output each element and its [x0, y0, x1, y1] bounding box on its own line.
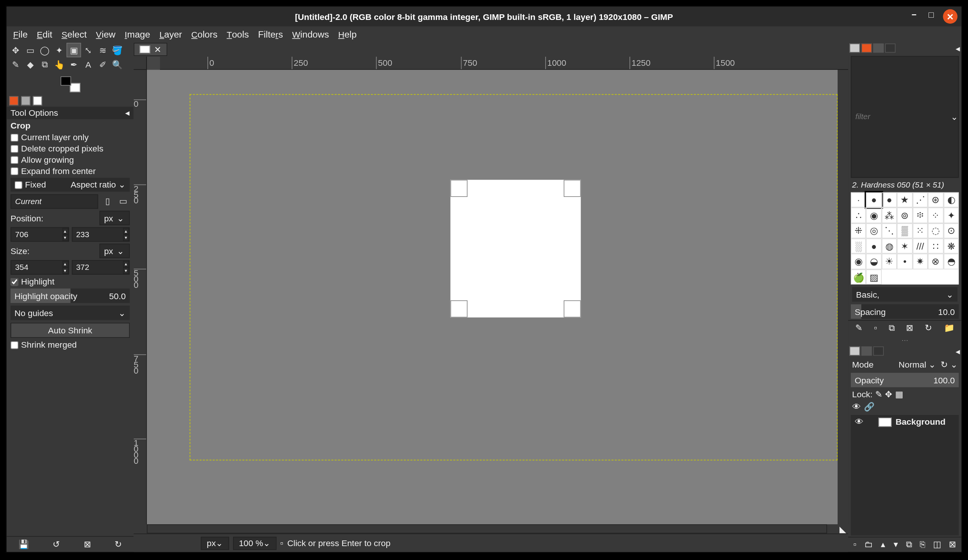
- layer-visibility-icon[interactable]: 👁: [855, 417, 863, 427]
- new-layer-icon[interactable]: ▫: [854, 539, 856, 550]
- tab-brushes[interactable]: [850, 44, 860, 53]
- del-layer-icon[interactable]: ⊠: [949, 539, 956, 550]
- brush-item[interactable]: ⁂: [882, 207, 897, 223]
- status-zoom-dropdown[interactable]: 100 % ⌄: [233, 536, 276, 550]
- mode-dropdown[interactable]: Normal: [898, 360, 926, 369]
- rect-select-tool[interactable]: ▭: [24, 44, 37, 57]
- opt-expand-center[interactable]: Expand from center: [7, 166, 134, 177]
- open-brush-icon[interactable]: 📁: [944, 323, 955, 333]
- size-h-field[interactable]: [72, 263, 123, 272]
- menu-tools[interactable]: Tools: [224, 28, 251, 41]
- brush-item[interactable]: ◉: [851, 254, 866, 269]
- opt-shrink-merged[interactable]: Shrink merged: [7, 339, 134, 350]
- size-unit-dropdown[interactable]: px: [100, 246, 117, 256]
- free-select-tool[interactable]: ◯: [38, 44, 51, 57]
- ruler-vertical[interactable]: 02505007501000: [134, 70, 147, 524]
- brush-item[interactable]: ⦁: [897, 254, 912, 269]
- crop-rectangle[interactable]: [451, 180, 581, 317]
- opt-highlight[interactable]: Highlight: [7, 276, 134, 287]
- status-unit-dropdown[interactable]: px ⌄: [201, 536, 229, 550]
- brush-filter-field[interactable]: [852, 113, 951, 122]
- brush-item[interactable]: ◍: [882, 238, 897, 254]
- pencil-tool[interactable]: ✎: [9, 58, 23, 71]
- path-tool[interactable]: ✒: [67, 58, 80, 71]
- menu-image[interactable]: Image: [122, 28, 153, 41]
- tool-options-menu-icon[interactable]: ◂: [125, 108, 130, 118]
- opt-current-layer-only[interactable]: Current layer only: [7, 131, 134, 143]
- save-preset-icon[interactable]: 💾: [18, 539, 29, 549]
- brush-item[interactable]: ⋰: [912, 192, 928, 207]
- canvas[interactable]: [147, 70, 838, 524]
- crop-tool[interactable]: ▣: [67, 44, 80, 57]
- brush-item[interactable]: ▨: [866, 270, 882, 285]
- maximize-button[interactable]: □: [926, 9, 937, 20]
- tab-fonts[interactable]: [873, 44, 884, 53]
- crop-handle-tl[interactable]: [451, 180, 468, 197]
- crop-handle-tr[interactable]: [564, 180, 581, 197]
- portrait-button[interactable]: ▯: [101, 194, 114, 207]
- landscape-button[interactable]: ▭: [116, 194, 130, 207]
- pos-x-field[interactable]: [11, 230, 62, 239]
- lock-position-icon[interactable]: ✥: [885, 389, 892, 399]
- opacity-slider[interactable]: Opacity 100.0: [851, 373, 959, 388]
- fixed-mode-dropdown[interactable]: Aspect ratio: [71, 180, 116, 189]
- scrollbar-vertical[interactable]: [838, 70, 848, 524]
- fuzzy-select-tool[interactable]: ✦: [53, 44, 66, 57]
- guides-dropdown[interactable]: No guides⌄: [10, 306, 130, 320]
- warp-tool[interactable]: ≋: [96, 44, 109, 57]
- brush-item[interactable]: ✷: [912, 254, 928, 269]
- brush-item[interactable]: 🍏: [851, 270, 866, 285]
- raise-layer-icon[interactable]: ▴: [881, 539, 885, 550]
- highlight-opacity-slider[interactable]: Highlight opacity 50.0: [10, 289, 130, 303]
- tab-paths[interactable]: [873, 346, 884, 356]
- del-brush-icon[interactable]: ⊠: [906, 323, 913, 333]
- lower-layer-icon[interactable]: ▾: [893, 539, 898, 550]
- new-group-icon[interactable]: 🗀: [864, 539, 873, 550]
- crop-handle-br[interactable]: [564, 300, 581, 318]
- brush-item[interactable]: ◌: [928, 223, 943, 238]
- brush-item[interactable]: ◎: [866, 223, 882, 238]
- brush-item[interactable]: ☀: [882, 254, 897, 269]
- reset-preset-icon[interactable]: ↻: [114, 539, 122, 549]
- crop-handle-bl[interactable]: [451, 300, 468, 318]
- dup-brush-icon[interactable]: ⧉: [889, 323, 895, 333]
- refresh-brush-icon[interactable]: ↻: [925, 323, 932, 333]
- cancel-icon[interactable]: ▫: [280, 538, 283, 548]
- dup-layer-icon[interactable]: ⧉: [906, 539, 912, 550]
- brush-item[interactable]: ፨: [912, 207, 928, 223]
- brush-preset-dropdown[interactable]: Basic,⌄: [852, 288, 958, 302]
- menu-help[interactable]: Help: [336, 28, 359, 41]
- brush-item[interactable]: ●: [866, 192, 882, 207]
- fg-color-swatch[interactable]: [60, 76, 71, 86]
- lock-alpha-icon[interactable]: ▦: [895, 389, 903, 399]
- smudge-tool[interactable]: 👆: [53, 58, 66, 71]
- tab-history[interactable]: [885, 44, 895, 53]
- layer-link-icon[interactable]: 🔗: [864, 402, 874, 412]
- brush-item[interactable]: ⁘: [928, 207, 943, 223]
- menu-view[interactable]: View: [93, 28, 118, 41]
- restore-preset-icon[interactable]: ↺: [53, 539, 60, 549]
- layer-visibility-icon[interactable]: 👁: [852, 402, 860, 412]
- ruler-horizontal[interactable]: 0250500750100012501500: [160, 57, 848, 70]
- transform-tool[interactable]: ⤡: [81, 44, 95, 57]
- opt-allow-growing[interactable]: Allow growing: [7, 154, 134, 166]
- brush-item[interactable]: ▒: [897, 223, 912, 238]
- fixed-checkbox[interactable]: [15, 181, 23, 189]
- layer-row[interactable]: 👁 Background: [851, 415, 959, 429]
- menu-colors[interactable]: Colors: [189, 28, 220, 41]
- brush-item[interactable]: ★: [897, 192, 912, 207]
- menu-file[interactable]: File: [10, 28, 30, 41]
- tab-channels[interactable]: [861, 346, 872, 356]
- menu-edit[interactable]: Edit: [34, 28, 55, 41]
- auto-shrink-button[interactable]: Auto Shrink: [10, 323, 130, 338]
- dock-menu-icon[interactable]: ◂: [956, 346, 960, 356]
- menu-filters[interactable]: Filters: [255, 28, 285, 41]
- size-w-field[interactable]: [11, 263, 62, 272]
- brush-item[interactable]: ●: [866, 238, 882, 254]
- brush-item[interactable]: ⁙: [912, 223, 928, 238]
- brush-item[interactable]: ///: [912, 238, 928, 254]
- brush-item[interactable]: ⊚: [897, 207, 912, 223]
- menu-windows[interactable]: Windows: [290, 28, 332, 41]
- color-picker-tool[interactable]: ✐: [96, 58, 109, 71]
- dock-menu-icon[interactable]: ◂: [956, 44, 960, 53]
